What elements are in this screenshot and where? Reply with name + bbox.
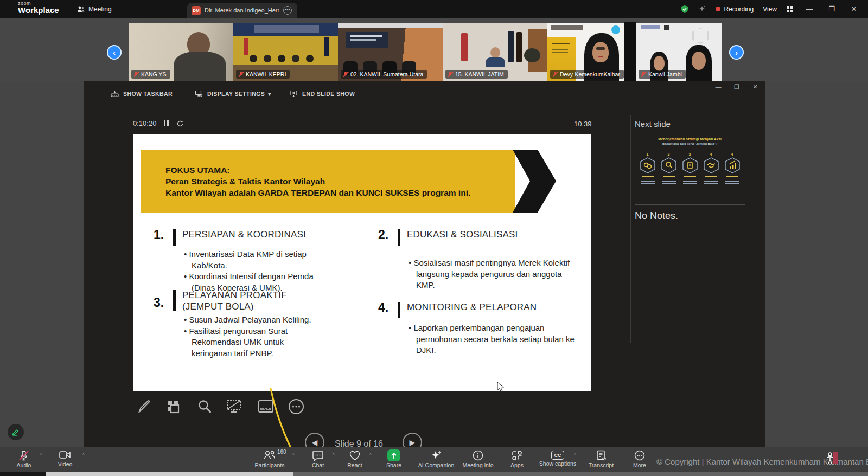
more-ellipsis-icon	[634, 449, 646, 461]
step-number: 4	[731, 152, 733, 156]
photo-abstract-shape	[490, 47, 500, 58]
tab-dir-merek[interactable]: DM Dir. Merek dan Indigeo_Hermansy •••	[187, 3, 297, 18]
bullet-item: Susun Jadwal Pelayanan Keliling.	[184, 314, 321, 326]
banner-arrow-shape	[513, 150, 557, 213]
banner-line1: FOKUS UTAMA:	[165, 164, 470, 176]
participants-options-chevron[interactable]: ⌃	[291, 453, 296, 458]
thumbnail-title: Menerjemahkan Strategi Menjadi Aksi Baga…	[635, 137, 745, 146]
participants-button[interactable]: 160 Participants	[253, 449, 286, 468]
share-label: Share	[386, 462, 401, 468]
next-slide-thumbnail[interactable]: Menerjemahkan Strategi Menjadi Aksi Baga…	[635, 132, 745, 198]
view-button-label[interactable]: View	[763, 5, 777, 13]
chat-bubble-icon	[311, 449, 324, 461]
video-tile-kanwil-jatim[interactable]: 15. KANWIL JATIM	[443, 23, 547, 81]
ppt-restore-button[interactable]: ❐	[731, 83, 742, 91]
bullet-item: Sosialisasi masif pentingnya Merek Kolek…	[409, 258, 571, 291]
chat-options-chevron[interactable]: ⌃	[331, 453, 336, 458]
section-bar	[173, 229, 176, 246]
filmstrip-next-button[interactable]: ›	[729, 45, 744, 60]
video-tile-kanwil-sumut[interactable]: 02. KANWIL Sumatera Utara	[338, 23, 443, 81]
meeting-info-button[interactable]: Meeting info	[459, 449, 497, 468]
step-number: 4	[710, 152, 712, 156]
security-shield-icon[interactable]	[680, 5, 689, 14]
display-settings-icon	[195, 90, 203, 98]
strip-segment	[0, 472, 46, 476]
video-tile-devy-kemenkumkalbar[interactable]: Devy-KemenkumKalbar	[547, 23, 624, 81]
chat-label: Chat	[312, 462, 324, 468]
restart-timer-icon[interactable]	[176, 120, 184, 127]
banner-line2: Peran Strategis & Taktis Kantor Wilayah	[165, 176, 470, 187]
section-number: 3.	[154, 288, 173, 310]
magnifier-icon	[661, 157, 676, 173]
transcript-icon	[595, 449, 607, 461]
meeting-info-label: Meeting info	[462, 462, 493, 468]
tab-meeting[interactable]: Meeting	[77, 0, 112, 18]
ppt-close-button[interactable]: ✕	[750, 83, 761, 91]
powerpoint-presenter-window: — ❐ ✕ SHOW TASKBAR DISPLAY SETTINGS ▼ EN…	[84, 81, 765, 476]
audio-options-chevron[interactable]: ⌃	[39, 453, 43, 458]
photo-abstract-shape	[654, 56, 665, 71]
zoom-into-slide-button[interactable]	[195, 397, 214, 416]
banner-line3: Kantor Wilayah adalah GARDA TERDEPAN dan…	[165, 187, 470, 198]
thumbnail-hexagons: 1 2 3 4	[635, 152, 745, 184]
minimize-button[interactable]: —	[803, 5, 816, 13]
display-settings-button[interactable]: DISPLAY SETTINGS ▼	[195, 90, 272, 98]
photo-abstract-shape	[254, 25, 319, 33]
accessibility-person-icon	[825, 451, 839, 466]
filmstrip-prev-button[interactable]: ‹	[107, 45, 122, 60]
black-screen-button[interactable]	[225, 397, 244, 416]
ai-companion-button[interactable]: AI Companion	[416, 449, 457, 468]
captions-options-chevron[interactable]: ⌃	[573, 453, 577, 458]
panel-divider	[630, 115, 631, 343]
see-all-slides-button[interactable]	[164, 397, 183, 416]
info-icon	[472, 449, 484, 461]
end-slide-show-label: END SLIDE SHOW	[302, 91, 355, 97]
chat-button[interactable]: Chat	[307, 449, 329, 468]
slide-section-1: 1. PERSIAPAN & KOORDINASI Inventarisasi …	[154, 228, 319, 293]
coins-icon	[640, 157, 655, 173]
muted-mic-icon	[238, 71, 244, 78]
logo-workplace-text: Workplace	[18, 6, 59, 14]
react-button[interactable]: React	[342, 449, 367, 468]
react-options-chevron[interactable]: ⌃	[368, 453, 373, 458]
video-tile-kanwil-kepri[interactable]: KANWIL KEPRI	[233, 23, 338, 81]
audio-button[interactable]: Audio	[11, 449, 37, 468]
share-button[interactable]: Share	[381, 449, 407, 468]
mouse-cursor	[497, 382, 506, 393]
video-tile-kang-ys[interactable]: KANG YS	[129, 23, 233, 81]
close-button[interactable]: ✕	[847, 5, 860, 13]
slide-section-4: 4. MONITORING & PELAPORAN Laporkan perke…	[378, 300, 579, 356]
transcript-button[interactable]: Transcript	[584, 449, 618, 468]
pen-tool-button[interactable]	[135, 397, 154, 416]
section-title: EDUKASI & SOSIALISASI	[407, 228, 518, 240]
ppt-minimize-button[interactable]: —	[713, 83, 724, 91]
show-taskbar-button[interactable]: SHOW TASKBAR	[111, 90, 173, 97]
section-number: 4.	[378, 300, 398, 315]
video-tile-kanwil-jambi[interactable]: Kanwil Jambi	[636, 23, 722, 81]
apps-icon	[510, 449, 524, 461]
growth-chart-icon	[725, 157, 740, 173]
ai-sparkle-icon[interactable]	[698, 5, 706, 13]
strip-segment	[46, 472, 293, 476]
clock-time: 10:39	[574, 120, 592, 128]
annotate-pencil-button[interactable]	[8, 424, 24, 440]
video-button[interactable]: Video	[52, 449, 78, 467]
step-number: 2	[668, 152, 670, 156]
ppt-window-controls: — ❐ ✕	[713, 83, 761, 91]
photo-abstract-shape	[692, 28, 709, 44]
notes-divider	[635, 204, 745, 205]
end-slide-show-button[interactable]: END SLIDE SHOW	[290, 90, 355, 98]
pause-timer-icon[interactable]	[164, 120, 169, 126]
video-options-chevron[interactable]: ⌃	[81, 453, 86, 458]
restore-button[interactable]: ❐	[825, 5, 838, 13]
thumb-step: 4	[724, 152, 741, 184]
view-grid-icon[interactable]	[786, 5, 794, 13]
more-button[interactable]: More	[627, 449, 652, 468]
show-captions-button[interactable]: CC Show captions	[536, 449, 579, 467]
photo-abstract-shape	[692, 52, 706, 70]
thumb-step: 4	[703, 152, 719, 184]
participant-name: KANG YS	[141, 71, 167, 78]
apps-button[interactable]: Apps	[505, 449, 529, 468]
tab-more-icon[interactable]: •••	[283, 6, 292, 15]
photo-abstract-shape	[250, 55, 323, 65]
